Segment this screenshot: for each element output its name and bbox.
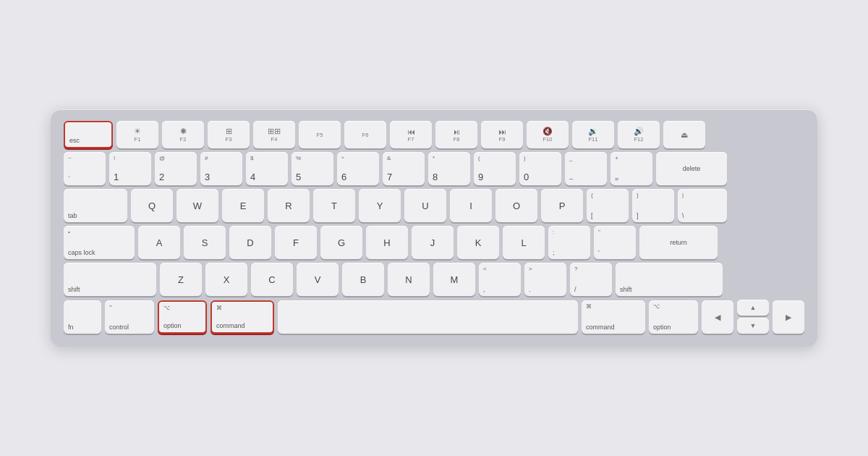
home-row: • caps lock A S D F G H J K L : (64, 226, 804, 259)
key-0[interactable]: ) 0 (519, 152, 561, 185)
key-a[interactable]: A (138, 226, 180, 259)
key-z[interactable]: Z (160, 263, 202, 296)
key-control[interactable]: ^ control (105, 300, 154, 334)
key-delete[interactable]: delete (656, 152, 727, 185)
key-rbracket[interactable]: } ] (632, 189, 674, 222)
key-k[interactable]: K (457, 226, 499, 259)
key-minus[interactable]: _ – (565, 152, 607, 185)
key-f5[interactable]: F5 (299, 121, 341, 148)
key-m[interactable]: M (433, 263, 475, 296)
key-5[interactable]: % 5 (292, 152, 333, 185)
key-r[interactable]: R (268, 189, 310, 222)
key-w[interactable]: W (176, 189, 218, 222)
key-arrow-up[interactable]: ▲ (737, 300, 769, 316)
key-s[interactable]: S (184, 226, 226, 259)
key-e[interactable]: E (222, 189, 264, 222)
key-3[interactable]: # 3 (200, 152, 242, 185)
key-f8[interactable]: ⏯ F8 (435, 121, 477, 148)
key-l[interactable]: L (503, 226, 545, 259)
key-v[interactable]: V (297, 263, 339, 296)
key-f3[interactable]: ⊞ F3 (208, 121, 250, 148)
key-space[interactable] (278, 300, 578, 334)
key-9[interactable]: ( 9 (474, 152, 516, 185)
key-b[interactable]: B (342, 263, 384, 296)
key-n[interactable]: N (388, 263, 430, 296)
key-f10[interactable]: 🔇 F10 (527, 121, 569, 148)
key-eject[interactable]: ⏏ (663, 121, 705, 148)
key-quote[interactable]: " ' (594, 226, 636, 259)
key-esc[interactable]: esc (64, 121, 113, 148)
key-f7[interactable]: ⏮ F7 (390, 121, 432, 148)
number-row: ~ ` ! 1 @ 2 # 3 $ 4 % 5 ^ 6 & 7 (64, 152, 804, 185)
key-f4[interactable]: ⊞⊞ F4 (253, 121, 295, 148)
key-f12[interactable]: 🔊 F12 (618, 121, 660, 148)
qwerty-row: tab Q W E R T Y U I O P (64, 189, 804, 222)
key-period[interactable]: > . (524, 263, 566, 296)
key-capslock[interactable]: • caps lock (64, 226, 135, 259)
key-f11[interactable]: 🔉 F11 (572, 121, 614, 148)
key-option-right[interactable]: ⌥ option (649, 300, 698, 334)
bottom-row: fn ^ control ⌥ option ⌘ command ⌘ comman… (64, 300, 804, 334)
key-8[interactable]: * 8 (428, 152, 470, 185)
key-slash[interactable]: ? / (570, 263, 612, 296)
key-shift-left[interactable]: shift (64, 263, 156, 296)
key-i[interactable]: I (450, 189, 492, 222)
key-q[interactable]: Q (131, 189, 173, 222)
key-semicolon[interactable]: : ; (548, 226, 590, 259)
key-o[interactable]: O (495, 189, 537, 222)
key-x[interactable]: X (205, 263, 247, 296)
key-shift-right[interactable]: shift (616, 263, 723, 296)
key-backslash[interactable]: | \ (678, 189, 727, 222)
shift-row: shift Z X C V B N M < , > . (64, 263, 804, 296)
key-f1[interactable]: ☀ F1 (116, 121, 158, 148)
key-7[interactable]: & 7 (383, 152, 425, 185)
key-g[interactable]: G (320, 226, 362, 259)
key-f[interactable]: F (275, 226, 317, 259)
key-option-left[interactable]: ⌥ option (158, 300, 207, 334)
key-arrow-down[interactable]: ▼ (737, 318, 769, 334)
key-command-right[interactable]: ⌘ command (582, 300, 645, 334)
key-y[interactable]: Y (359, 189, 401, 222)
key-u[interactable]: U (404, 189, 446, 222)
key-j[interactable]: J (412, 226, 454, 259)
function-row: esc ☀ F1 ✺ F2 ⊞ F3 ⊞⊞ F4 F5 F6 ⏮ F7 ⏯ (64, 121, 804, 148)
key-6[interactable]: ^ 6 (337, 152, 379, 185)
key-4[interactable]: $ 4 (246, 152, 288, 185)
key-f9[interactable]: ⏭ F9 (481, 121, 523, 148)
key-c[interactable]: C (251, 263, 293, 296)
key-lbracket[interactable]: { [ (587, 189, 629, 222)
key-arrow-right[interactable]: ▶ (773, 300, 804, 334)
key-return[interactable]: return (639, 226, 718, 259)
key-2[interactable]: @ 2 (155, 152, 197, 185)
key-1[interactable]: ! 1 (109, 152, 151, 185)
key-fn[interactable]: fn (64, 300, 101, 334)
key-f2[interactable]: ✺ F2 (162, 121, 204, 148)
key-command-left[interactable]: ⌘ command (210, 300, 274, 334)
key-tab[interactable]: tab (64, 189, 127, 222)
key-equals[interactable]: + = (610, 152, 652, 185)
key-f6[interactable]: F6 (344, 121, 386, 148)
key-arrow-left[interactable]: ◀ (702, 300, 733, 334)
key-h[interactable]: H (366, 226, 408, 259)
key-d[interactable]: D (229, 226, 271, 259)
key-t[interactable]: T (313, 189, 355, 222)
key-p[interactable]: P (541, 189, 583, 222)
keyboard: esc ☀ F1 ✺ F2 ⊞ F3 ⊞⊞ F4 F5 F6 ⏮ F7 ⏯ (51, 109, 817, 347)
key-backtick[interactable]: ~ ` (64, 152, 106, 185)
key-comma[interactable]: < , (479, 263, 521, 296)
